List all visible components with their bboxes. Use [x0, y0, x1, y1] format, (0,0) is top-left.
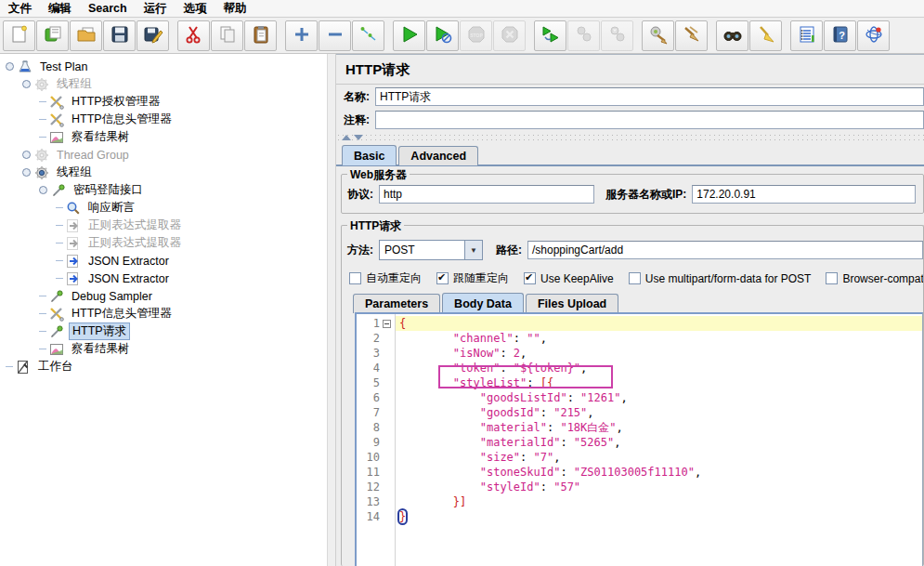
- code-line-1[interactable]: {: [396, 316, 922, 331]
- checkbox-box-icon[interactable]: [629, 272, 641, 284]
- tree-node-线程组[interactable]: 线程组: [0, 164, 327, 181]
- tree-node-正则表达式提取器[interactable]: 正则表达式提取器: [0, 217, 327, 234]
- tree-expander-icon[interactable]: [22, 168, 31, 177]
- code-line-3[interactable]: "isNow": 2,: [396, 346, 922, 361]
- checkbox-box-icon[interactable]: [349, 272, 361, 284]
- cut-button[interactable]: [177, 20, 210, 51]
- tree-node-test-plan[interactable]: Test Plan: [0, 58, 327, 75]
- code-line-5[interactable]: "styleList": [{: [396, 375, 922, 390]
- tree-connector: [56, 225, 63, 226]
- save-as-button[interactable]: [137, 20, 169, 51]
- code-line-10[interactable]: "size": "7",: [396, 450, 922, 465]
- tab-advanced[interactable]: Advanced: [398, 146, 478, 165]
- checkbox-跟随重定向[interactable]: 跟随重定向: [436, 270, 509, 286]
- tree-node-线程组[interactable]: 线程组: [0, 75, 327, 93]
- code-line-9[interactable]: "materialId": "5265",: [396, 435, 922, 450]
- menu-item-1[interactable]: 编辑: [40, 1, 80, 17]
- checkbox-box-icon[interactable]: [826, 272, 838, 284]
- tools-icon: [49, 112, 64, 127]
- toggle-button[interactable]: [352, 20, 384, 51]
- code-line-4[interactable]: "token": "${token}",: [396, 361, 922, 375]
- code-line-12[interactable]: "styleId": "57": [396, 480, 922, 494]
- code-line-2[interactable]: "channel": "",: [396, 331, 922, 346]
- server-name-input[interactable]: 172.20.0.91: [692, 185, 916, 204]
- start-no-pauses-button[interactable]: [426, 20, 459, 51]
- vertical-splitter[interactable]: [327, 54, 336, 566]
- comment-input[interactable]: [375, 111, 924, 129]
- tree-node-察看结果树[interactable]: 察看结果树: [0, 128, 327, 146]
- tab-basic[interactable]: Basic: [342, 145, 397, 165]
- web-server-row: 协议: http 服务器名称或IP: 172.20.0.91: [347, 182, 916, 205]
- menu-item-2[interactable]: Search: [80, 2, 136, 15]
- clear-all-button[interactable]: [675, 20, 708, 51]
- tab-files-upload[interactable]: Files Upload: [526, 294, 618, 313]
- new-file-button[interactable]: [3, 20, 35, 51]
- globe-network-button[interactable]: [857, 20, 890, 51]
- templates-button[interactable]: [36, 20, 69, 51]
- paste-button[interactable]: [244, 20, 277, 51]
- path-input[interactable]: /shoppingCart/add: [527, 241, 923, 259]
- tree-node-响应断言[interactable]: 响应断言: [0, 199, 327, 217]
- tree-expander-icon[interactable]: [22, 80, 31, 88]
- menu-item-4[interactable]: 选项: [176, 1, 215, 17]
- tree-node-密码登陆接口[interactable]: 密码登陆接口: [0, 181, 327, 199]
- code-line-7[interactable]: "goodsId": "215",: [396, 405, 922, 420]
- name-input[interactable]: HTTP请求: [375, 87, 924, 106]
- checkbox-use-multipart-form-data-for-post[interactable]: Use multipart/form-data for POST: [629, 272, 812, 285]
- open-file-button[interactable]: [70, 20, 102, 51]
- tree-expander-icon[interactable]: [39, 186, 47, 194]
- remote-start-all-button[interactable]: [534, 20, 566, 51]
- code-line-11[interactable]: "stoneSkuId": "ZS01103005f11110",: [396, 465, 922, 480]
- collapse-down-icon[interactable]: [354, 135, 363, 140]
- body-data-editor[interactable]: 1234567891011121314 { "channel": "", "is…: [355, 312, 923, 566]
- editor-code-area[interactable]: { "channel": "", "isNow": 2, "token": "$…: [396, 314, 922, 566]
- tree-node-thread-group[interactable]: Thread Group: [0, 146, 327, 164]
- code-line-14[interactable]: }: [396, 509, 922, 524]
- tree-node-工作台[interactable]: 工作台: [0, 358, 327, 375]
- protocol-input[interactable]: http: [379, 185, 594, 204]
- tree-node-label: 线程组: [54, 76, 95, 92]
- code-line-8[interactable]: "material": "18K白金",: [396, 420, 922, 435]
- checkbox-browser-compatible-headers[interactable]: Browser-compatible headers: [826, 272, 923, 285]
- checkbox-use-keepalive[interactable]: Use KeepAlive: [524, 272, 614, 285]
- tree-node-http信息头管理器[interactable]: HTTP信息头管理器: [0, 305, 327, 322]
- menu-item-3[interactable]: 运行: [136, 1, 176, 17]
- method-select[interactable]: POST ▼: [379, 240, 483, 260]
- tree-node-http授权管理器[interactable]: HTTP授权管理器: [0, 93, 327, 111]
- collapse-all-button[interactable]: [319, 20, 351, 51]
- menu-item-0[interactable]: 文件: [0, 1, 40, 17]
- fold-collapse-icon[interactable]: [383, 320, 391, 328]
- tree-node-http信息头管理器[interactable]: HTTP信息头管理器: [0, 111, 327, 128]
- help-button[interactable]: ?: [824, 20, 856, 51]
- tree-node-json-extractor[interactable]: JSON Extractor: [0, 252, 327, 270]
- function-helper-button[interactable]: [790, 20, 823, 51]
- collapse-up-icon[interactable]: [342, 135, 351, 140]
- checkbox-box-icon[interactable]: [524, 272, 536, 284]
- code-line-13[interactable]: }]: [396, 494, 922, 509]
- checkbox-自动重定向[interactable]: 自动重定向: [349, 270, 422, 286]
- tree-node-正则表达式提取器[interactable]: 正则表达式提取器: [0, 234, 327, 252]
- tree-node-察看结果树[interactable]: 察看结果树: [0, 340, 327, 358]
- menu-item-5[interactable]: 帮助: [215, 1, 255, 17]
- start-no-pauses-icon: [433, 24, 453, 47]
- tab-body-data[interactable]: Body Data: [442, 293, 524, 313]
- code-line-6[interactable]: "goodsListId": "1261",: [396, 390, 922, 405]
- tree-node-debug-sampler[interactable]: Debug Sampler: [0, 287, 327, 305]
- chevron-down-icon[interactable]: ▼: [464, 241, 482, 259]
- checkbox-box-icon[interactable]: [436, 272, 449, 284]
- line-number: 12: [357, 480, 395, 494]
- clear-button[interactable]: [642, 20, 674, 51]
- horizontal-splitter[interactable]: [336, 133, 924, 142]
- tab-parameters[interactable]: Parameters: [353, 294, 440, 313]
- tree-expander-icon[interactable]: [6, 62, 14, 71]
- search-reset-button[interactable]: [749, 20, 782, 51]
- search-button[interactable]: [716, 20, 748, 51]
- copy-button[interactable]: [211, 20, 243, 51]
- save-button[interactable]: [103, 20, 136, 51]
- tree-expander-icon[interactable]: [22, 151, 31, 159]
- start-button[interactable]: [393, 20, 425, 51]
- tree-node-json-extractor[interactable]: JSON Extractor: [0, 270, 327, 287]
- templates-icon: [43, 24, 63, 47]
- expand-all-button[interactable]: [285, 20, 318, 51]
- tree-node-http请求[interactable]: HTTP请求: [0, 322, 327, 340]
